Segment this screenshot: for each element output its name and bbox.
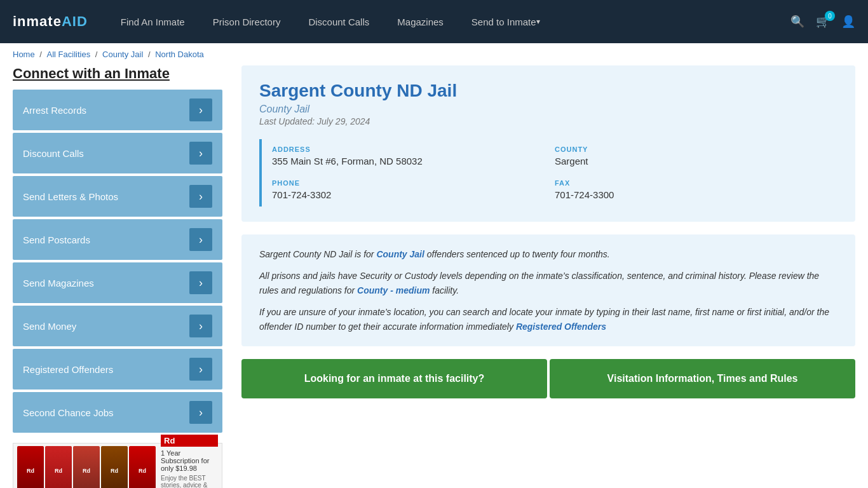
- sidebar-item-label: Discount Calls: [23, 148, 84, 159]
- phone-cell: PHONE 701-724-3302: [272, 173, 555, 207]
- nav-prison-directory[interactable]: Prison Directory: [199, 0, 295, 43]
- facility-updated: Last Updated: July 29, 2024: [259, 116, 837, 126]
- ad-cover-1: Rd: [17, 446, 44, 488]
- address-label: ADDRESS: [272, 146, 548, 153]
- ad-tagline: 1 Year Subscription for only $19.98: [161, 449, 218, 472]
- fax-label: FAX: [555, 179, 831, 187]
- arrow-icon: ›: [189, 185, 212, 208]
- facility-info-grid: ADDRESS 355 Main St #6, Forman, ND 58032…: [259, 139, 837, 207]
- breadcrumb-home[interactable]: Home: [13, 50, 35, 59]
- sidebar-item-label: Send Money: [23, 321, 76, 332]
- sidebar-item-label: Second Chance Jobs: [23, 407, 114, 418]
- header-icons: 🔍 🛒 0 👤: [790, 15, 855, 29]
- arrow-icon: ›: [189, 228, 212, 251]
- ad-subtitle: Enjoy the BEST stories, advice & jokes!: [161, 475, 218, 489]
- address-cell: ADDRESS 355 Main St #6, Forman, ND 58032: [272, 139, 555, 173]
- county-label: COUNTY: [555, 146, 831, 153]
- ad-brand-badge: Rd: [161, 435, 218, 447]
- address-value: 355 Main St #6, Forman, ND 58032: [272, 156, 548, 166]
- breadcrumb-county-jail[interactable]: County Jail: [102, 50, 143, 59]
- desc-para1: Sargent County ND Jail is for County Jai…: [259, 247, 837, 261]
- breadcrumb-sep2: /: [95, 50, 100, 59]
- arrow-icon: ›: [189, 315, 212, 337]
- main-nav: Find An Inmate Prison Directory Discount…: [107, 0, 790, 43]
- logo-text: inmateAID: [13, 13, 88, 30]
- search-icon[interactable]: 🔍: [790, 15, 804, 29]
- sidebar-item-send-magazines[interactable]: Send Magazines ›: [13, 262, 222, 303]
- arrow-icon: ›: [189, 401, 212, 424]
- sidebar-ad[interactable]: Rd Rd Rd Rd Rd Rd 1 Year Subscription fo…: [13, 443, 222, 488]
- desc-link-county-jail[interactable]: County Jail: [376, 249, 424, 259]
- breadcrumb-all-facilities[interactable]: All Facilities: [47, 50, 91, 59]
- sidebar-item-second-chance-jobs[interactable]: Second Chance Jobs ›: [13, 392, 222, 433]
- desc-para3: If you are unsure of your inmate’s locat…: [259, 305, 837, 334]
- phone-value: 701-724-3302: [272, 189, 548, 200]
- find-inmate-button[interactable]: Looking for an inmate at this facility?: [241, 359, 547, 398]
- ad-covers: Rd Rd Rd Rd Rd: [17, 446, 156, 488]
- phone-label: PHONE: [272, 179, 548, 187]
- sidebar-menu: Arrest Records › Discount Calls › Send L…: [13, 90, 222, 433]
- facility-name: Sargent County ND Jail: [259, 81, 837, 101]
- sidebar-item-registered-offenders[interactable]: Registered Offenders ›: [13, 349, 222, 390]
- facility-type: County Jail: [259, 104, 837, 115]
- facility-card: Sargent County ND Jail County Jail Last …: [241, 65, 855, 222]
- sidebar-item-label: Send Magazines: [23, 278, 94, 288]
- sidebar: Connect with an Inmate Arrest Records › …: [13, 65, 222, 488]
- logo[interactable]: inmateAID: [13, 13, 88, 30]
- sidebar-title: Connect with an Inmate: [13, 65, 222, 82]
- nav-magazines[interactable]: Magazines: [383, 0, 458, 43]
- desc-para2: All prisons and jails have Security or C…: [259, 269, 837, 297]
- ad-cover-4: Rd: [101, 446, 128, 488]
- nav-discount-calls[interactable]: Discount Calls: [294, 0, 383, 43]
- fax-value: 701-724-3300: [555, 189, 831, 200]
- desc-link-registered-offenders[interactable]: Registered Offenders: [516, 322, 606, 332]
- fax-cell: FAX 701-724-3300: [555, 173, 837, 207]
- sidebar-item-send-money[interactable]: Send Money ›: [13, 306, 222, 346]
- arrow-icon: ›: [189, 142, 212, 165]
- sidebar-item-discount-calls[interactable]: Discount Calls ›: [13, 133, 222, 173]
- main-content: Sargent County ND Jail County Jail Last …: [241, 65, 855, 488]
- cart-badge: 0: [825, 11, 835, 21]
- breadcrumb-sep3: /: [148, 50, 153, 59]
- desc-link-county-medium[interactable]: County - medium: [357, 285, 430, 295]
- arrow-icon: ›: [189, 358, 212, 381]
- county-cell: COUNTY Sargent: [555, 139, 837, 173]
- ad-cover-5: Rd: [129, 446, 156, 488]
- ad-text-block: Rd 1 Year Subscription for only $19.98 E…: [161, 435, 218, 489]
- ad-cover-2: Rd: [45, 446, 72, 488]
- visitation-info-button[interactable]: Visitation Information, Times and Rules: [550, 359, 855, 398]
- arrow-icon: ›: [189, 271, 212, 294]
- sidebar-item-label: Send Letters & Photos: [23, 191, 118, 202]
- nav-find-inmate[interactable]: Find An Inmate: [107, 0, 199, 43]
- arrow-icon: ›: [189, 98, 212, 121]
- sidebar-item-label: Registered Offenders: [23, 364, 113, 375]
- cart-icon[interactable]: 🛒 0: [816, 15, 830, 29]
- sidebar-item-label: Send Postcards: [23, 234, 90, 245]
- sidebar-item-label: Arrest Records: [23, 105, 86, 116]
- sidebar-item-arrest-records[interactable]: Arrest Records ›: [13, 90, 222, 130]
- breadcrumb: Home / All Facilities / County Jail / No…: [0, 43, 868, 65]
- breadcrumb-sep: /: [39, 50, 44, 59]
- county-value: Sargent: [555, 156, 831, 166]
- sidebar-item-send-letters[interactable]: Send Letters & Photos ›: [13, 176, 222, 217]
- description-section: Sargent County ND Jail is for County Jai…: [241, 234, 855, 346]
- nav-send-to-inmate[interactable]: Send to Inmate: [458, 0, 554, 43]
- user-icon[interactable]: 👤: [841, 15, 855, 29]
- action-buttons: Looking for an inmate at this facility? …: [241, 359, 855, 398]
- breadcrumb-north-dakota[interactable]: North Dakota: [155, 50, 204, 59]
- sidebar-item-send-postcards[interactable]: Send Postcards ›: [13, 219, 222, 260]
- ad-cover-3: Rd: [73, 446, 100, 488]
